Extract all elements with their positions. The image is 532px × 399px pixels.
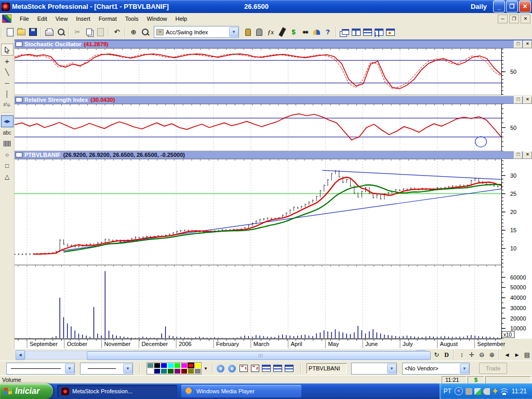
symbol-box[interactable]: PTBVLBANI: [307, 363, 347, 374]
zoom-vertical-button[interactable]: ↕: [457, 350, 467, 360]
print-preview-button[interactable]: [55, 26, 66, 38]
window-layout-2-button[interactable]: [272, 363, 284, 374]
system-tester-button[interactable]: [276, 26, 288, 38]
stochastic-plot[interactable]: 50: [15, 48, 532, 95]
menu-view[interactable]: View: [51, 14, 72, 23]
tile-horizontal-button[interactable]: [362, 26, 373, 38]
zoom-chart-button[interactable]: [139, 26, 151, 38]
panel-maximize-button[interactable]: □: [514, 96, 523, 104]
tray-clock[interactable]: 11:21: [512, 388, 527, 395]
panel-collapse-box[interactable]: [16, 97, 22, 102]
ellipse-tool[interactable]: ○: [2, 149, 13, 160]
trade-button[interactable]: Trade: [479, 363, 507, 374]
color-swatch[interactable]: [167, 368, 174, 374]
color-swatch[interactable]: [174, 363, 181, 368]
tray-chevron[interactable]: <: [455, 387, 463, 395]
web-browser-button-1[interactable]: e: [215, 363, 227, 374]
vertical-line-tool[interactable]: │: [2, 88, 13, 99]
color-swatch[interactable]: [154, 363, 161, 368]
network-tray-icon[interactable]: [474, 388, 481, 395]
color-swatch[interactable]: [194, 368, 201, 374]
window-layout-1-button[interactable]: [261, 363, 272, 374]
expert-advisor-button[interactable]: [242, 26, 254, 38]
indicator-builder-button[interactable]: ƒx: [265, 26, 276, 38]
color-swatch[interactable]: [147, 368, 154, 374]
scrollbar-thumb[interactable]: [87, 351, 431, 360]
menu-tools[interactable]: Tools: [121, 14, 143, 23]
mdi-restore-button[interactable]: ❐: [509, 15, 519, 23]
optionscope-button[interactable]: $: [288, 26, 299, 38]
crosshair-pointer-button[interactable]: ⊕: [128, 26, 139, 38]
minimize-button[interactable]: _: [493, 1, 505, 12]
panel-collapse-box[interactable]: [16, 42, 22, 47]
layout-menu-button[interactable]: ▤: [522, 350, 532, 360]
emule-tray-icon[interactable]: [466, 388, 472, 395]
mdi-minimize-button[interactable]: ─: [498, 15, 508, 23]
speaker-tray-icon[interactable]: [483, 388, 490, 395]
vendor-combo-arrow[interactable]: ▼: [460, 364, 469, 374]
cascade-windows-button[interactable]: [339, 26, 350, 38]
grid-tool[interactable]: [2, 138, 13, 149]
line-weight-arrow[interactable]: ▼: [123, 364, 132, 374]
rsi-panel-header[interactable]: Relative Strength Index (30.0430) □ ×: [15, 96, 532, 104]
color-swatch[interactable]: [188, 368, 194, 374]
rsi-plot[interactable]: 50: [15, 104, 532, 151]
taskbar-item-wmp[interactable]: Windows Media Player: [181, 385, 301, 397]
open-button[interactable]: [16, 26, 27, 38]
cut-button[interactable]: ✂: [72, 26, 83, 38]
menu-insert[interactable]: Insert: [72, 14, 95, 23]
volume-plot[interactable]: 600005000040000300002000010000x10: [15, 265, 532, 339]
color-palette[interactable]: [147, 362, 202, 375]
panel-collapse-box[interactable]: [16, 152, 22, 157]
horizontal-line-tool[interactable]: ─: [2, 77, 13, 88]
color-swatch[interactable]: [147, 363, 154, 368]
paste-button[interactable]: [95, 26, 106, 38]
context-help-button[interactable]: ?: [322, 26, 334, 38]
new-chart-button[interactable]: [4, 26, 16, 38]
arrange-icons-button[interactable]: ✱: [384, 26, 396, 38]
scroll-left-button[interactable]: ◄: [16, 350, 25, 360]
color-swatch[interactable]: [167, 363, 174, 368]
menu-format[interactable]: Format: [95, 14, 121, 23]
color-swatch[interactable]: [194, 363, 201, 368]
stochastic-panel-header[interactable]: Stochastic Oscillator (41.2879) □ ×: [15, 41, 532, 48]
color-swatch[interactable]: [181, 368, 188, 374]
chart-window-icon[interactable]: [2, 15, 11, 23]
triangle-tool[interactable]: △: [2, 171, 13, 182]
symbol-list-combo[interactable]: ▼: [351, 363, 397, 375]
explorer-button[interactable]: ◉◉: [299, 26, 311, 38]
language-indicator[interactable]: PT: [444, 388, 451, 395]
expand-contract-tool[interactable]: ◀▶: [1, 115, 14, 127]
mdi-close-button[interactable]: ✕: [521, 15, 530, 23]
text-tool[interactable]: abc: [2, 127, 13, 138]
window-layout-3-button[interactable]: [284, 363, 295, 374]
color-swatch[interactable]: [174, 368, 181, 374]
crosshair-tool[interactable]: +: [2, 56, 13, 66]
pointer-tool[interactable]: [1, 44, 14, 56]
tile-grid-button[interactable]: [373, 26, 384, 38]
color-swatch[interactable]: [154, 368, 161, 374]
menu-window[interactable]: Window: [142, 14, 171, 23]
periodicity-daily-button[interactable]: D: [442, 350, 451, 360]
print-button[interactable]: [44, 26, 55, 38]
step-right-button[interactable]: ▶: [512, 350, 522, 360]
menu-edit[interactable]: Edit: [33, 14, 51, 23]
panel-close-button[interactable]: ×: [523, 41, 532, 48]
trendline-tool[interactable]: ╲: [2, 66, 13, 77]
refresh-button[interactable]: ↻: [432, 350, 442, 360]
color-swatch[interactable]: [181, 363, 188, 368]
restore-button[interactable]: ❐: [506, 1, 518, 12]
line-style-arrow[interactable]: ▼: [65, 364, 74, 374]
undo-button[interactable]: ↶: [111, 26, 123, 38]
menu-help[interactable]: Help: [171, 14, 192, 23]
palette-more-arrow[interactable]: ▼: [204, 366, 208, 371]
menu-file[interactable]: File: [16, 14, 33, 23]
save-button[interactable]: [27, 26, 38, 38]
chart-layout-2-button[interactable]: ⺌2: [249, 363, 261, 374]
line-style-combo[interactable]: ▼: [6, 363, 75, 375]
taskbar-item-metastock[interactable]: MetaStock Profession...: [57, 385, 177, 397]
panel-close-button[interactable]: ×: [523, 151, 532, 159]
symbol-list-arrow[interactable]: ▼: [387, 364, 396, 374]
close-button[interactable]: ✕: [519, 1, 531, 12]
lightning-tray-icon[interactable]: [492, 388, 499, 395]
